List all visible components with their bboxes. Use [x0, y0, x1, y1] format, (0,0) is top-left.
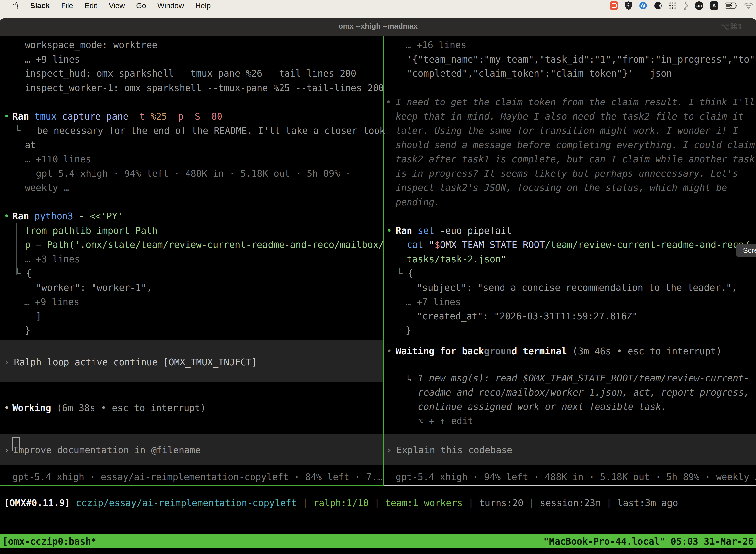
terminal-line: ] — [36, 311, 42, 322]
menu-item-file[interactable]: File — [61, 1, 73, 10]
terminal-line: keep that in mind. Maybe I also need the… — [396, 111, 744, 123]
screen-recording-icon[interactable] — [610, 1, 618, 10]
tmux-pane-divider[interactable] — [383, 36, 384, 486]
terminal-line: inspect_worker-1: omx sparkshell --tmux-… — [25, 82, 384, 94]
wifi-icon[interactable] — [744, 2, 753, 9]
tmux-session-label: [omx-cczip0:bash* — [2, 536, 97, 547]
hook-icon[interactable] — [683, 1, 689, 10]
dots-grid-icon[interactable] — [669, 2, 677, 10]
terminal-line: • — [4, 211, 9, 222]
terminal-line: … +7 lines — [405, 296, 461, 308]
terminal-line: tasks/task-2.json" — [407, 254, 506, 265]
terminal-line: › — [4, 356, 9, 368]
terminal-line: readme-and-reco/mailbox/worker-1.json, a… — [418, 387, 750, 399]
terminal-line: … +3 lines — [25, 254, 80, 265]
terminal-line: • — [386, 345, 392, 357]
tmux-host-clock: "MacBook-Pro-44.local" 05:03 31-Mar-26 — [544, 536, 754, 547]
terminal-line: at — [25, 139, 36, 151]
menu-item-edit[interactable]: Edit — [84, 1, 98, 10]
terminal-line: • — [4, 111, 9, 123]
terminal-line: … +9 lines — [24, 296, 79, 308]
omx-status-line: [OMX#0.11.9] cczip/essay/ai-reimplementa… — [4, 497, 678, 509]
terminal-line: '{"team_name":"my-team","task_id":"1","f… — [407, 54, 756, 65]
terminal-line: p = Path('.omx/state/team/review-current… — [25, 239, 384, 251]
terminal-line: from pathlib import Path — [25, 225, 158, 237]
terminal-line: └ { — [397, 268, 414, 279]
terminal-line: Ran tmux capture-pane -t %25 -p -S -80 — [12, 111, 223, 123]
model-status-left: gpt-5.4 xhigh · essay/ai-reimplementatio… — [12, 471, 382, 483]
window-shortcut-badge: ⌥⌘1 — [720, 22, 742, 31]
battery-charging-icon[interactable] — [725, 2, 738, 9]
terminal-line: weekly … — [25, 182, 69, 194]
terminal-line: inspect task2's JSON, focusing on the st… — [396, 182, 727, 194]
terminal-line: I need to get the claim token from the c… — [396, 96, 755, 108]
terminal-line: └ be necessary for the end of the README… — [15, 125, 385, 137]
terminal-line: ⌥ + ↑ edit — [418, 415, 473, 427]
terminal-line: Working (6m 38s • esc to interrupt) — [12, 402, 206, 414]
prompt-caret[interactable]: › — [4, 444, 9, 456]
model-status-right: gpt-5.4 xhigh · 94% left · 488K in · 5.1… — [396, 471, 756, 483]
input-placeholder-right[interactable]: Explain this codebase — [396, 444, 512, 456]
shield-keypad-icon[interactable] — [625, 1, 632, 10]
usage-badge-icon[interactable]: ..61 — [695, 1, 703, 10]
terminal-line: • — [386, 225, 392, 237]
terminal-line: } — [25, 325, 30, 337]
terminal-line: Ran set -euo pipefail — [396, 225, 512, 237]
terminal-line: "subject": "send a concise recommendatio… — [417, 282, 737, 294]
menu-item-go[interactable]: Go — [136, 1, 146, 10]
terminal-line: "created_at": "2026-03-31T11:59:27.816Z" — [417, 311, 638, 322]
prompt-caret[interactable]: › — [386, 444, 392, 456]
screen-tooltip: Scre — [736, 244, 756, 257]
terminal-line: ↳ 1 new msg(s): read $OMX_TEAM_STATE_ROO… — [407, 372, 749, 384]
menu-item-view[interactable]: View — [109, 1, 125, 10]
terminal-line: should send a message before completing … — [396, 139, 755, 151]
terminal-line: workspace_mode: worktree — [25, 39, 158, 51]
right-pane-border — [384, 486, 756, 486]
window-title: omx --xhigh --madmax — [0, 22, 756, 30]
terminal-line: … +110 lines — [25, 153, 91, 165]
text-cursor — [12, 437, 19, 451]
terminal-line: … +9 lines — [25, 54, 80, 65]
menu-item-help[interactable]: Help — [195, 1, 211, 10]
terminal-line: Ran python3 - <<'PY' — [12, 211, 123, 222]
terminal-line: └ { — [15, 268, 32, 279]
menu-bar: Slack File Edit View Go Window Help — [0, 0, 756, 11]
terminal-line: later. Using the same for transition mig… — [396, 125, 738, 137]
terminal-line: continue assigned work or next feasible … — [418, 401, 667, 413]
sync-badge-icon[interactable] — [639, 1, 647, 10]
terminal-line: is in progress? It seems likely but perh… — [396, 168, 738, 180]
terminal-line: task2 after task1 is complete, but can I… — [396, 153, 755, 165]
terminal-line: pending. — [396, 196, 440, 208]
terminal-line: • — [386, 96, 391, 108]
apple-menu-icon[interactable] — [12, 2, 19, 9]
tool-output-connector — [16, 223, 17, 275]
menu-item-window[interactable]: Window — [158, 1, 184, 10]
terminal-line: Ralph loop active continue [OMX_TMUX_INJ… — [14, 356, 257, 368]
terminal-line: Waiting for background terminal (3m 46s … — [396, 345, 721, 357]
terminal-line: } — [405, 325, 411, 337]
terminal-line: • — [4, 402, 9, 414]
terminal-line: cat "$OMX_TEAM_STATE_ROOT/team/review-cu… — [407, 239, 749, 251]
terminal-line: inspect_hud: omx sparkshell --tmux-pane … — [25, 68, 357, 80]
left-pane-border — [0, 486, 383, 486]
input-placeholder-left[interactable]: Improve documentation in @filename — [13, 444, 201, 456]
display-contrast-icon[interactable] — [654, 1, 662, 10]
menu-item-slack[interactable]: Slack — [30, 1, 50, 10]
terminal-line: gpt-5.4 xhigh · 94% left · 488K in · 5.1… — [36, 168, 351, 180]
terminal-line: … +16 lines — [405, 39, 466, 51]
input-source-icon[interactable]: A — [710, 1, 718, 10]
terminal-line: "completed","claim_token":"claim-token"}… — [407, 68, 672, 80]
terminal-line: "worker": "worker-1", — [36, 282, 152, 294]
tmux-status-bar: [omx-cczip0:bash* "MacBook-Pro-44.local"… — [0, 535, 756, 548]
